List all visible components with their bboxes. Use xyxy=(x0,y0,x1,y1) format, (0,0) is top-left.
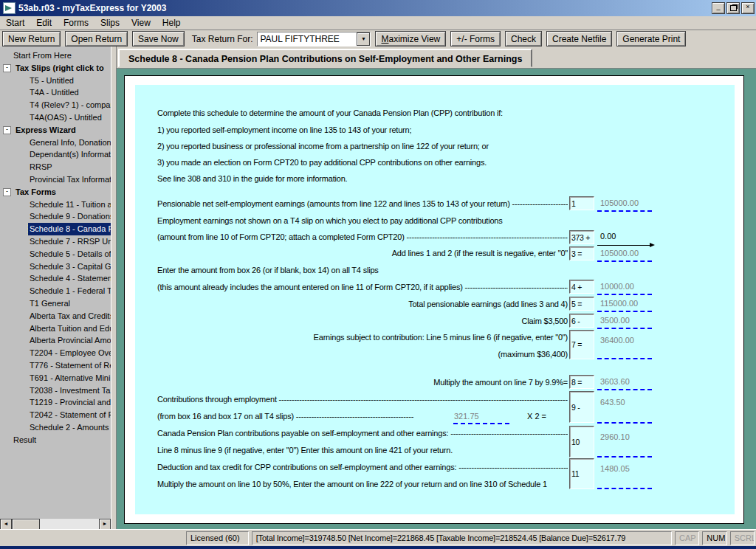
menu-view[interactable]: View xyxy=(126,17,157,29)
form-line-label: Deduction and tax credit for CPP contrib… xyxy=(157,463,568,472)
sidebar-item-label: Result xyxy=(12,434,38,446)
restore-icon xyxy=(730,5,737,11)
line-number-box[interactable]: 9 - xyxy=(569,391,594,423)
sidebar-item[interactable]: Schedule 3 - Capital Ga xyxy=(0,260,111,273)
sidebar-item-label: T4 (Relev? 1) - compan xyxy=(28,99,111,111)
amount-value: 643.50 xyxy=(600,398,625,407)
sidebar-item-label: Schedule 5 - Details of xyxy=(28,248,111,260)
sidebar-item[interactable]: -Tax Forms xyxy=(0,186,111,198)
sidebar-item[interactable]: Alberta Tuition and Edu xyxy=(0,322,111,335)
sidebar-item[interactable]: T2042 - Statement of F xyxy=(0,409,111,421)
num-lock-indicator: NUM xyxy=(702,531,726,545)
sidebar-item[interactable]: Start From Here xyxy=(0,49,111,62)
sidebar-item[interactable]: T776 - Statement of Re xyxy=(0,359,111,372)
sidebar-item[interactable]: Alberta Provincial Amou xyxy=(0,334,111,347)
plus-minus-forms-button[interactable]: +/- Forms xyxy=(450,31,501,46)
minimize-button[interactable]: _ xyxy=(712,2,725,14)
scrollbar-track[interactable] xyxy=(40,519,99,529)
sidebar-item[interactable]: Schedule 4 - Statement xyxy=(0,272,111,285)
main-area: Schedule 8 - Canada Pension Plan Contrib… xyxy=(117,46,756,529)
sidebar-item[interactable]: T5 - Untitled xyxy=(0,75,111,87)
generate-print-button[interactable]: Generate Print xyxy=(616,31,686,46)
menu-slips[interactable]: Slips xyxy=(94,17,126,29)
sidebar-item-label: Schedule 11 - Tuition a xyxy=(28,198,111,211)
title-bar: 53ab.r03 - myTaxExpress for Y2003 _ × xyxy=(0,0,756,16)
sidebar-item[interactable]: Schedule 2 - Amounts T xyxy=(0,421,111,434)
sidebar-item[interactable]: Dependant(s) Informat xyxy=(0,148,111,161)
menu-edit[interactable]: Edit xyxy=(30,17,58,29)
form-line-label: Enter the amount from box 26 (or if blan… xyxy=(157,266,568,274)
sidebar-item[interactable]: Result xyxy=(0,434,111,446)
check-button[interactable]: Check xyxy=(505,31,542,46)
sidebar-item-label: T776 - Statement of Re xyxy=(28,359,111,372)
maximize-view-button[interactable]: Maximize View xyxy=(375,31,446,46)
scroll-left-icon[interactable]: ◄ xyxy=(0,519,12,529)
sidebar-item[interactable]: Schedule 11 - Tuition a xyxy=(0,198,111,211)
menu-forms[interactable]: Forms xyxy=(58,17,94,29)
sidebar-item[interactable]: Schedule 8 - Canada Pe xyxy=(0,223,111,235)
sidebar-item-label: T691 - Alternative Mini xyxy=(28,372,111,384)
close-button[interactable]: × xyxy=(741,2,755,14)
create-netfile-button[interactable]: Create Netfile xyxy=(546,31,612,46)
dashed-underline xyxy=(597,387,652,390)
sidebar-splitter[interactable] xyxy=(111,46,117,529)
sidebar-horizontal-scrollbar[interactable]: ◄ ► xyxy=(0,519,111,529)
sidebar-item-label: T2042 - Statement of F xyxy=(28,409,111,421)
line-number-box[interactable]: 8 = xyxy=(569,375,594,389)
tab-bar: Schedule 8 - Canada Pension Plan Contrib… xyxy=(117,46,756,69)
sidebar-item[interactable]: Schedule 1 - Federal Ta xyxy=(0,285,111,297)
sidebar-item[interactable]: T2204 - Employee Over xyxy=(0,347,111,359)
check-label: Check xyxy=(511,34,536,44)
line-number-box[interactable]: 11 xyxy=(569,458,594,489)
chevron-down-icon[interactable]: ▼ xyxy=(357,32,370,46)
sidebar-item[interactable]: -Express Wizard xyxy=(0,124,111,137)
license-status: Licensed (60) xyxy=(186,531,249,545)
sidebar-item[interactable]: RRSP xyxy=(0,161,111,173)
collapse-icon[interactable]: - xyxy=(3,188,11,196)
line-number-box[interactable]: 1 xyxy=(569,196,594,210)
menu-help[interactable]: Help xyxy=(157,17,187,29)
sidebar-item[interactable]: Schedule 7 - RRSP Unu xyxy=(0,235,111,248)
amount-value[interactable]: 0.00 xyxy=(600,232,616,241)
line-number-box[interactable]: 10 xyxy=(569,426,594,458)
sidebar-item[interactable]: T4A - Untitled xyxy=(0,86,111,99)
save-now-button[interactable]: Save Now xyxy=(132,31,185,46)
open-return-button[interactable]: Open Return xyxy=(65,31,128,46)
sidebar-item[interactable]: Provincial Tax Informat xyxy=(0,173,111,186)
sidebar-item[interactable]: General Info, Donation xyxy=(0,137,111,149)
form-line-label: (maximum $36,400) xyxy=(157,350,568,359)
sidebar-item[interactable]: T1 General xyxy=(0,297,111,310)
amount-value: 10000.00 xyxy=(600,282,634,291)
menu-start[interactable]: Start xyxy=(0,17,30,29)
taxpayer-dropdown[interactable]: PAUL FIFTYTHREE ▼ xyxy=(257,32,371,46)
tab-schedule-8[interactable]: Schedule 8 - Canada Pension Plan Contrib… xyxy=(118,49,532,67)
line-number-box[interactable]: 4 + xyxy=(569,280,594,294)
line-number-box[interactable]: 3 = xyxy=(569,246,594,260)
line-number-box[interactable]: 373 + xyxy=(569,230,594,244)
arrow-line xyxy=(597,245,650,246)
form-line-label: Add lines 1 and 2 (if the result is nega… xyxy=(157,249,568,258)
form-line-label: Employment earnings not shown on a T4 sl… xyxy=(157,216,568,225)
new-return-button[interactable]: New Return xyxy=(2,31,61,46)
sidebar-item[interactable]: T1219 - Provincial and xyxy=(0,396,111,409)
sidebar-item-label: T4A(OAS) - Untitled xyxy=(28,111,103,124)
sidebar-item[interactable]: T691 - Alternative Mini xyxy=(0,372,111,384)
sidebar-item[interactable]: -Tax Slips (right click to xyxy=(0,62,111,75)
sidebar-item-label: Start From Here xyxy=(12,49,73,62)
collapse-icon[interactable]: - xyxy=(3,64,11,72)
sidebar-item[interactable]: Alberta Tax and Credits xyxy=(0,310,111,322)
scrollbar-thumb[interactable] xyxy=(12,519,40,529)
collapse-icon[interactable]: - xyxy=(3,126,11,134)
line-number-box[interactable]: 5 = xyxy=(569,297,594,311)
sidebar-item[interactable]: T2038 - Investment Ta xyxy=(0,384,111,397)
sidebar-item[interactable]: T4 (Relev? 1) - compan xyxy=(0,99,111,111)
scroll-right-icon[interactable]: ► xyxy=(99,519,111,529)
sidebar-item[interactable]: T4A(OAS) - Untitled xyxy=(0,111,111,124)
restore-button[interactable] xyxy=(726,2,740,14)
line-number-box[interactable]: 7 = xyxy=(569,330,594,359)
sidebar-item[interactable]: Schedule 5 - Details of xyxy=(0,248,111,260)
save-now-label: Save Now xyxy=(138,34,179,44)
line-number-box[interactable]: 6 - xyxy=(569,314,594,328)
sidebar-item-label: Alberta Tuition and Edu xyxy=(28,322,111,335)
sidebar-item[interactable]: Schedule 9 - Donations xyxy=(0,210,111,223)
